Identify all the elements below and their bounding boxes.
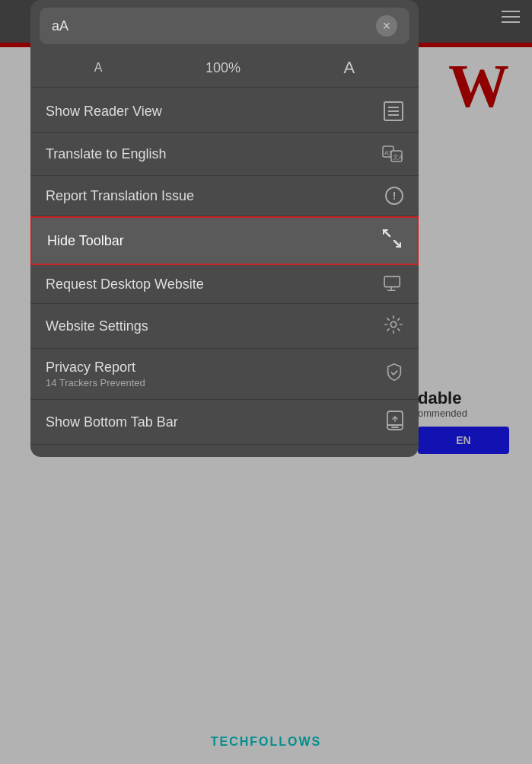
translate-icon: A 文 文A	[382, 143, 403, 165]
svg-point-14	[390, 321, 396, 327]
show-bottom-tab-bar-label: Show Bottom Tab Bar	[46, 414, 178, 430]
menu-item-show-bottom-tab-bar[interactable]: Show Bottom Tab Bar	[30, 400, 419, 445]
reader-icon	[384, 101, 403, 121]
menu-item-privacy-report[interactable]: Privacy Report 14 Trackers Prevented	[30, 349, 419, 400]
request-desktop-website-label: Request Desktop Website	[46, 277, 204, 292]
close-button[interactable]	[376, 15, 397, 37]
privacy-report-sub: 14 Trackers Prevented	[46, 377, 145, 388]
font-size-row: A 100% A	[30, 52, 419, 88]
menu-item-show-reader-view[interactable]: Show Reader View	[30, 91, 419, 133]
svg-line-5	[384, 230, 390, 236]
hide-toolbar-label: Hide Toolbar	[47, 233, 124, 249]
privacy-report-label: Privacy Report	[46, 360, 145, 376]
address-bar-text: aA	[52, 18, 68, 34]
address-bar[interactable]: aA	[40, 8, 409, 44]
font-decrease-button[interactable]: A	[94, 61, 103, 75]
bottom-padding	[30, 445, 419, 451]
font-percent-display: 100%	[205, 60, 241, 76]
translate-to-english-label: Translate to English	[46, 146, 166, 162]
svg-line-8	[394, 241, 400, 247]
desktop-icon	[384, 276, 403, 292]
website-settings-label: Website Settings	[46, 318, 148, 334]
menu-item-translate-to-english[interactable]: Translate to English A 文 文A	[30, 133, 419, 176]
shield-icon	[385, 363, 403, 385]
svg-rect-11	[384, 277, 400, 287]
svg-text:文A: 文A	[393, 154, 403, 161]
privacy-report-content: Privacy Report 14 Trackers Prevented	[46, 360, 145, 388]
menu-item-request-desktop-website[interactable]: Request Desktop Website	[30, 265, 419, 304]
show-reader-view-label: Show Reader View	[46, 104, 162, 120]
font-increase-button[interactable]: A	[344, 58, 355, 78]
exclamation-icon: !	[385, 187, 403, 205]
menu-item-website-settings[interactable]: Website Settings	[30, 304, 419, 349]
resize-icon	[382, 229, 402, 253]
report-translation-issue-label: Report Translation Issue	[46, 188, 194, 204]
dropdown-panel: aA A 100% A Show Reader View Translate t…	[30, 0, 419, 457]
tab-icon	[387, 411, 403, 433]
gear-icon	[384, 315, 403, 337]
menu-item-report-translation-issue[interactable]: Report Translation Issue !	[30, 176, 419, 216]
menu-item-hide-toolbar[interactable]: Hide Toolbar	[30, 216, 419, 265]
